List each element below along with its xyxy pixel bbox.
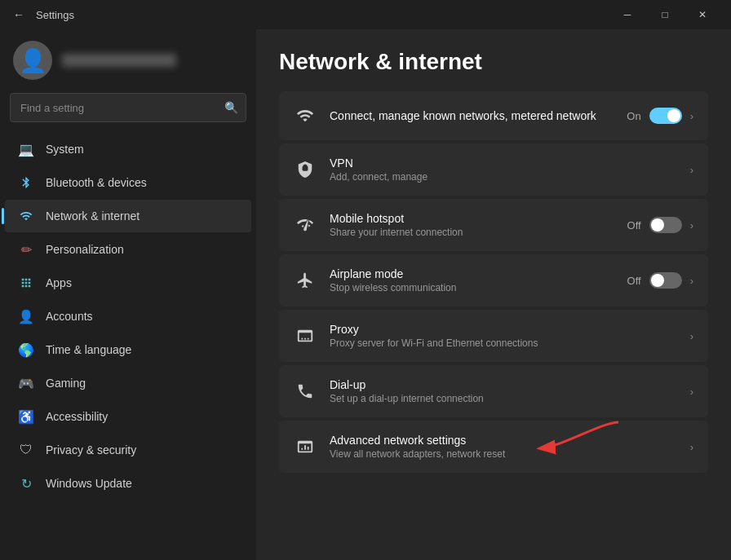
sidebar-item-label-system: System [46,143,84,156]
proxy-text: Proxy Proxy server for Wi-Fi and Etherne… [330,323,677,349]
sidebar-item-bluetooth[interactable]: Bluetooth & devices [5,166,251,199]
sidebar-item-label-bluetooth: Bluetooth & devices [46,176,147,189]
airplane-desc: Stop wireless communication [330,282,614,293]
titlebar-title: Settings [36,9,74,21]
airplane-text: Airplane mode Stop wireless communicatio… [330,267,614,293]
search-icon: 🔍 [224,101,238,114]
hotspot-title: Mobile hotspot [330,212,614,225]
hotspot-text: Mobile hotspot Share your internet conne… [330,212,614,238]
maximize-button[interactable]: □ [646,2,684,27]
avatar: 👤 [13,41,52,80]
proxy-desc: Proxy server for Wi-Fi and Ethernet conn… [330,337,677,349]
vpn-desc: Add, connect, manage [330,171,677,183]
sidebar-item-label-time: Time & language [46,343,131,356]
sidebar-item-label-accounts: Accounts [46,310,93,323]
sidebar-item-gaming[interactable]: 🎮 Gaming [5,367,251,399]
airplane-chevron: › [690,275,693,287]
dialup-desc: Set up a dial-up internet connection [330,393,677,404]
sidebar-item-network[interactable]: Network & internet [5,200,251,232]
sidebar-item-label-gaming: Gaming [46,377,86,390]
sidebar: 👤 🔍 💻 System Blue [0,29,256,560]
proxy-icon [294,324,317,347]
titlebar-left: ← Settings [10,5,74,24]
sidebar-item-label-apps: Apps [46,276,72,289]
profile-section: 👤 [0,33,256,93]
airplane-status: Off [627,275,641,287]
hotspot-icon [294,214,317,236]
titlebar-controls: ─ □ ✕ [609,2,721,27]
sidebar-item-update[interactable]: ↻ Windows Update [5,467,251,500]
system-icon: 💻 [18,141,34,157]
sidebar-item-label-privacy: Privacy & security [46,443,136,456]
hotspot-toggle[interactable] [649,217,682,233]
network-icon [18,208,34,224]
airplane-title: Airplane mode [330,267,614,280]
search-input[interactable] [10,93,246,122]
hotspot-status: Off [627,219,641,231]
apps-icon [18,275,34,291]
advanced-chevron: › [690,441,693,453]
titlebar: ← Settings ─ □ ✕ [0,0,731,29]
settings-item-hotspot[interactable]: Mobile hotspot Share your internet conne… [279,199,708,251]
hotspot-chevron: › [690,219,693,231]
minimize-button[interactable]: ─ [609,2,646,27]
settings-window: ← Settings ─ □ ✕ 👤 🔍 [0,0,731,560]
nav-list: 💻 System Bluetooth & devices Network & i… [0,129,256,560]
settings-item-dialup[interactable]: Dial-up Set up a dial-up internet connec… [279,365,708,417]
sidebar-item-time[interactable]: 🌎 Time & language [5,333,251,366]
settings-item-advanced[interactable]: Advanced network settings View all netwo… [279,421,708,473]
settings-item-proxy[interactable]: Proxy Proxy server for Wi-Fi and Etherne… [279,310,708,362]
back-button[interactable]: ← [10,5,28,24]
wifi-title: Connect, manage known networks, metered … [330,109,614,122]
sidebar-item-accessibility[interactable]: ♿ Accessibility [5,400,251,433]
settings-item-vpn[interactable]: VPN Add, connect, manage › [279,143,708,196]
airplane-toggle[interactable] [649,272,682,289]
profile-name [62,54,176,67]
wifi-toggle[interactable] [649,108,682,124]
bluetooth-icon [18,174,34,191]
sidebar-item-system[interactable]: 💻 System [5,133,251,165]
settings-item-airplane[interactable]: Airplane mode Stop wireless communicatio… [279,254,708,306]
dialup-chevron: › [690,386,693,398]
vpn-title: VPN [330,157,677,170]
proxy-right: › [690,330,693,342]
gaming-icon: 🎮 [18,375,34,391]
sidebar-item-label-update: Windows Update [46,477,132,490]
settings-item-wifi[interactable]: Connect, manage known networks, metered … [279,91,708,140]
red-arrow-annotation [537,414,627,455]
content-area: 👤 🔍 💻 System Blue [0,29,731,560]
sidebar-item-label-network: Network & internet [46,209,140,223]
sidebar-item-accounts[interactable]: 👤 Accounts [5,300,251,333]
wifi-text: Connect, manage known networks, metered … [330,109,614,122]
sidebar-item-label-accessibility: Accessibility [46,410,108,423]
wifi-right: On › [627,108,693,124]
dialup-icon [294,380,317,403]
dialup-right: › [690,386,693,398]
hotspot-desc: Share your internet connection [330,227,614,238]
sidebar-item-apps[interactable]: Apps [5,267,251,299]
close-button[interactable]: ✕ [684,2,721,27]
wifi-toggle-thumb [667,109,680,122]
vpn-icon [294,158,317,181]
accessibility-icon: ♿ [18,408,34,425]
settings-list: Connect, manage known networks, metered … [279,91,708,473]
wifi-status: On [627,110,640,122]
airplane-icon [294,269,317,292]
proxy-chevron: › [690,330,693,342]
personalization-icon: ✏ [18,241,34,258]
time-icon: 🌎 [18,342,34,358]
dialup-title: Dial-up [330,378,677,391]
main-content: Network & internet Connect, manage known… [256,29,731,560]
wifi-icon [294,104,317,127]
sidebar-item-privacy[interactable]: 🛡 Privacy & security [5,434,251,466]
vpn-chevron: › [690,164,693,176]
sidebar-item-label-personalization: Personalization [46,243,124,256]
page-title: Network & internet [279,49,708,75]
hotspot-toggle-thumb [651,218,664,231]
airplane-right: Off › [627,272,693,289]
sidebar-item-personalization[interactable]: ✏ Personalization [5,233,251,266]
advanced-right: › [690,441,693,453]
privacy-icon: 🛡 [18,442,34,458]
advanced-network-icon [294,435,317,458]
avatar-icon: 👤 [19,47,47,74]
